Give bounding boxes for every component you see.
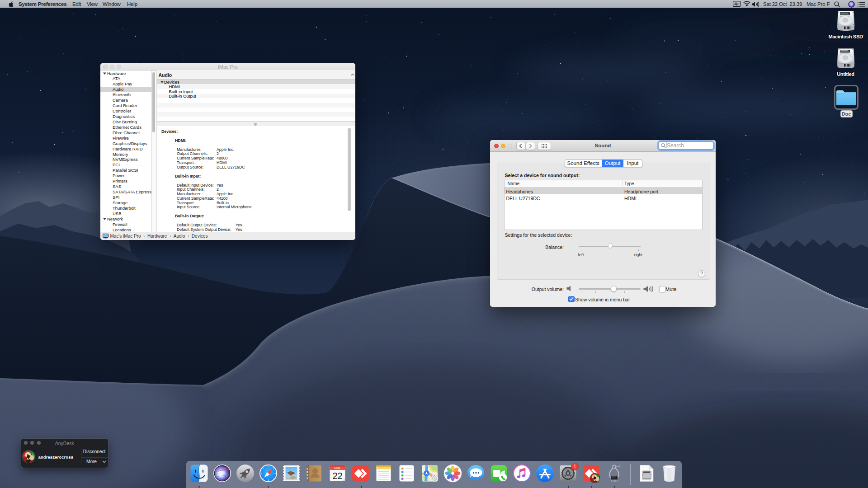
svg-text:OCT: OCT [334, 466, 340, 469]
svg-text:22: 22 [332, 471, 342, 481]
svg-text:3D: 3D [433, 477, 436, 479]
